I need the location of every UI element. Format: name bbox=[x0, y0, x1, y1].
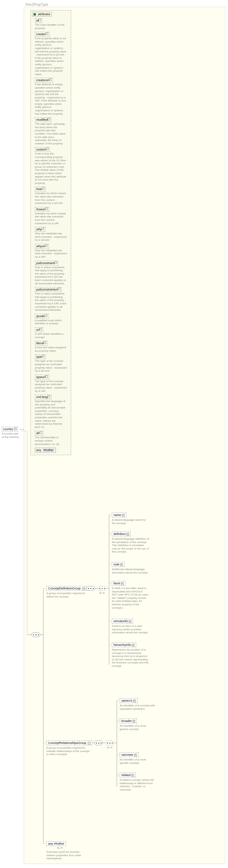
type-header: Flex1PropType bbox=[25, 3, 48, 3]
